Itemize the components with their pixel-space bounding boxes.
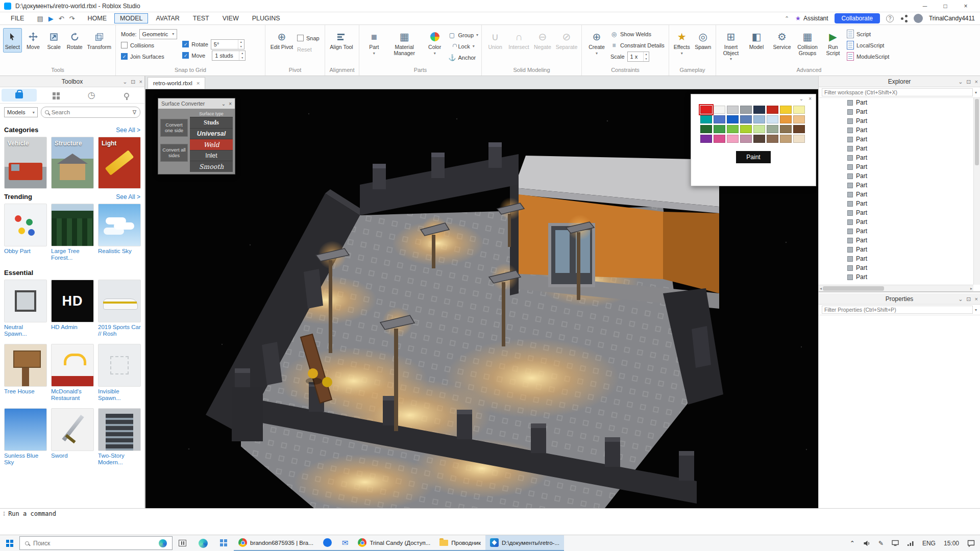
assistant-button[interactable]: ★ Assistant	[795, 15, 828, 22]
pivot-reset-button[interactable]: Reset	[297, 44, 320, 54]
toolbox-content[interactable]: Categories See All > Vehicle Structure L…	[0, 121, 144, 508]
pin-icon[interactable]: ⊡	[966, 296, 971, 303]
taskbar-app-blue[interactable]	[318, 535, 337, 551]
explorer-item-part[interactable]: Part	[819, 181, 973, 190]
explorer-item-part[interactable]: Part	[819, 236, 973, 245]
transform-tool-button[interactable]: Transform	[86, 28, 112, 53]
clock-time[interactable]: 15:00	[941, 535, 962, 551]
part-button[interactable]: ■ Part ▾	[362, 28, 386, 58]
volume-icon[interactable]	[860, 535, 873, 551]
color-swatch[interactable]	[780, 135, 792, 143]
language-indicator[interactable]: ENG	[919, 535, 939, 551]
taskbar-window-explorer[interactable]: Проводник	[435, 535, 485, 551]
explorer-item-part[interactable]: Part	[819, 162, 973, 171]
color-swatch[interactable]	[767, 135, 778, 143]
tab-model[interactable]: MODEL	[114, 13, 148, 23]
monitor-icon[interactable]	[889, 535, 902, 551]
asset-card[interactable]: 2019 Sports Car // Rosh	[98, 280, 141, 338]
explorer-item-part[interactable]: Part	[819, 272, 973, 282]
chevron-down-icon[interactable]: ⌄	[222, 101, 226, 107]
explorer-item-part[interactable]: Part	[819, 98, 973, 107]
surface-type-studs[interactable]: Studs	[190, 117, 233, 128]
spin-down-icon[interactable]: ▼	[238, 44, 244, 49]
start-button[interactable]	[0, 535, 19, 551]
help-icon[interactable]: ?	[886, 15, 894, 22]
explorer-item-part[interactable]: Part	[819, 107, 973, 116]
explorer-item-part[interactable]: Part	[819, 227, 973, 236]
chevron-down-icon[interactable]: ▾	[975, 90, 977, 95]
spin-down-icon[interactable]: ▼	[239, 56, 245, 60]
color-swatch[interactable]	[727, 125, 739, 133]
taskbar-window-roblox-studio[interactable]: D:\документы\retro-...	[485, 535, 564, 551]
pin-icon[interactable]: ⊡	[131, 79, 135, 85]
explorer-item-part[interactable]: Part	[819, 135, 973, 144]
command-bar-prompt[interactable]: Run a command	[8, 510, 56, 517]
toolbox-search-box[interactable]: ∇	[41, 107, 140, 118]
material-manager-button[interactable]: ▦ Material Manager	[388, 28, 421, 58]
category-card-vehicle[interactable]: Vehicle	[4, 137, 47, 189]
chevron-down-icon[interactable]: ⌄	[799, 96, 803, 102]
color-swatch[interactable]	[700, 106, 712, 114]
select-tool-button[interactable]: Select	[3, 28, 22, 53]
asset-type-dropdown[interactable]: Models ▾	[4, 107, 38, 117]
3d-viewport[interactable]: Surface Converter ⌄ × Convert one side C…	[145, 89, 818, 508]
color-swatch[interactable]	[767, 125, 778, 133]
asset-card[interactable]: Neutral Spawn...	[4, 280, 47, 338]
explorer-item-part[interactable]: Part	[819, 217, 973, 227]
script-button[interactable]: Script	[847, 29, 889, 39]
collisions-checkbox[interactable]	[121, 42, 128, 48]
explorer-item-part[interactable]: Part	[819, 190, 973, 199]
category-card-structure[interactable]: Structure	[51, 137, 94, 189]
spin-up-icon[interactable]: ▲	[239, 51, 245, 56]
explorer-horizontal-scrollbar[interactable]: ◂ ▸	[819, 285, 973, 291]
service-button[interactable]: ⚙ Service	[770, 28, 794, 53]
constraint-details-toggle[interactable]: ≡ Constraint Details	[610, 40, 665, 50]
scale-tool-button[interactable]: Scale	[44, 28, 63, 53]
color-swatch[interactable]	[780, 125, 792, 133]
collision-groups-button[interactable]: ▦ Collision Groups	[796, 28, 819, 58]
color-swatch[interactable]	[793, 125, 805, 133]
asset-card[interactable]: Sunless Blue Sky	[4, 408, 47, 466]
color-swatch[interactable]	[767, 115, 778, 123]
color-swatch[interactable]	[714, 106, 725, 114]
model-button[interactable]: ◧ Model	[745, 28, 768, 53]
color-swatch[interactable]	[753, 125, 765, 133]
group-button[interactable]: ▢ Group ▾	[448, 30, 478, 40]
close-tab-icon[interactable]: ×	[197, 80, 200, 86]
local-script-button[interactable]: LocalScript	[847, 40, 889, 50]
collisions-checkbox-row[interactable]: Collisions	[121, 40, 177, 50]
effects-button[interactable]: ★ Effects ▾	[672, 28, 692, 58]
mode-dropdown[interactable]: Geometric ▾	[139, 29, 178, 39]
color-swatch[interactable]	[793, 115, 805, 123]
store-taskbar-button[interactable]	[214, 535, 234, 551]
toolbox-tab-inventory[interactable]	[38, 87, 74, 103]
color-swatch[interactable]	[700, 135, 712, 143]
color-swatch[interactable]	[727, 135, 739, 143]
explorer-item-part[interactable]: Part	[819, 263, 973, 272]
close-icon[interactable]: ×	[975, 296, 978, 302]
color-swatch[interactable]	[740, 106, 752, 114]
rotate-snap-checkbox[interactable]: ✓	[182, 41, 189, 47]
tab-test[interactable]: TEST	[187, 13, 215, 23]
scroll-right-icon[interactable]: ▸	[970, 286, 972, 291]
close-button[interactable]: ×	[955, 0, 976, 12]
color-swatch[interactable]	[753, 115, 765, 123]
toolbox-tab-creations[interactable]	[109, 87, 144, 103]
close-icon[interactable]: ×	[139, 79, 142, 85]
run-script-button[interactable]: ▶ Run Script	[821, 28, 845, 58]
color-button[interactable]: Color ▾	[423, 28, 447, 58]
tab-avatar[interactable]: AVATAR	[150, 13, 185, 23]
save-icon[interactable]: ▤	[37, 15, 43, 22]
surface-type-universal[interactable]: Universal	[190, 128, 233, 139]
notification-center-icon[interactable]	[964, 535, 978, 551]
color-swatch[interactable]	[780, 106, 792, 114]
separate-button[interactable]: ⊘ Separate	[555, 28, 578, 53]
explorer-item-part[interactable]: Part	[819, 199, 973, 208]
asset-card[interactable]: Tree House	[4, 344, 47, 402]
color-swatch[interactable]	[767, 106, 778, 114]
create-constraint-button[interactable]: ⊕ Create ▾	[585, 28, 608, 58]
negate-button[interactable]: ⊖ Negate	[532, 28, 553, 53]
surface-type-weld[interactable]: Weld	[190, 139, 233, 150]
explorer-item-part[interactable]: Part	[819, 126, 973, 135]
tab-view[interactable]: VIEW	[217, 13, 244, 23]
